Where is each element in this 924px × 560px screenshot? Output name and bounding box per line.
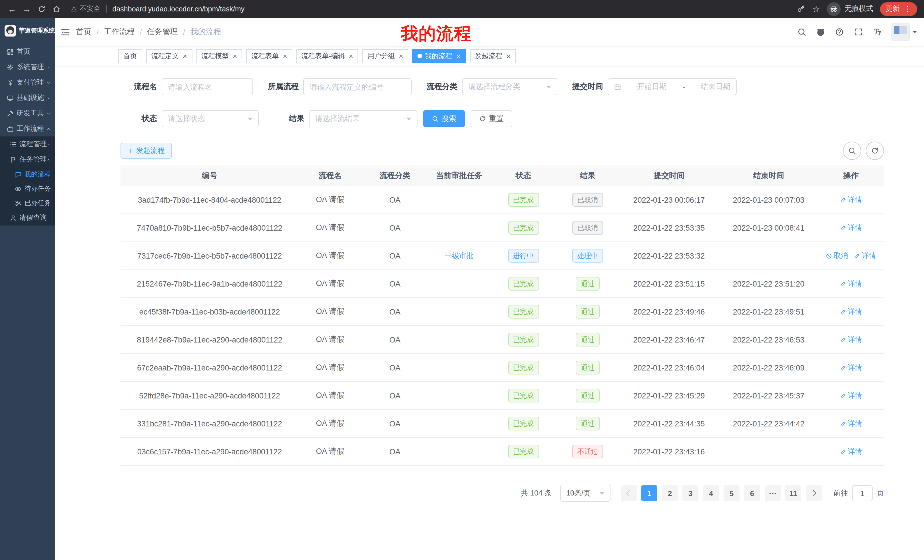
tab-start-process[interactable]: 发起流程× [470,49,516,63]
sidebar-item-system[interactable]: 系统管理 [0,59,55,75]
cell-id: 3ad174fb-7b9d-11ec-8404-acde48001122 [120,186,298,214]
action-detail-link[interactable]: 详情 [840,279,862,289]
page-size-select[interactable]: 10条/页 [560,485,610,502]
app-logo-row[interactable]: 芋道管理系统 [0,18,55,44]
action-detail-link[interactable]: 详情 [840,195,862,205]
tab-process-definition[interactable]: 流程定义× [146,49,192,63]
page-button-5[interactable]: 5 [723,485,740,501]
cell-submit-time: 2022-01-22 23:46:04 [618,353,720,382]
next-page-button[interactable] [806,485,822,501]
cell-current-task [428,186,490,214]
page-button-4[interactable]: 4 [703,485,719,501]
close-icon[interactable]: × [349,52,353,60]
page-buttons: 123456⋯11 [639,485,804,501]
page-button-11[interactable]: 11 [785,485,801,501]
sidebar-item-infrastructure[interactable]: 基础设施 [0,90,55,106]
cell-actions: 详情 [818,437,884,466]
tab-home[interactable]: 首页 [118,49,142,63]
current-task-link[interactable]: 一级审批 [445,251,473,261]
action-detail-link[interactable]: 详情 [840,391,862,400]
page-button-2[interactable]: 2 [662,485,678,501]
sidebar-item-done-tasks[interactable]: 已办任务 [0,196,55,210]
tab-my-process[interactable]: 我的流程× [412,49,466,63]
cell-category: OA [362,353,428,382]
status-select[interactable]: 请选择状态 [162,110,259,127]
page-button-6[interactable]: 6 [744,485,760,501]
chrome-update-button[interactable]: 更新 ⋮ [880,2,917,16]
fullscreen-icon[interactable] [850,24,866,40]
reload-button[interactable] [34,1,49,16]
close-icon[interactable]: × [283,52,287,60]
action-detail-link[interactable]: 详情 [840,419,862,428]
action-detail-link[interactable]: 详情 [840,307,862,316]
sidebar-item-home[interactable]: 首页 [0,44,55,59]
prev-page-button[interactable] [621,485,637,501]
table-toolbar: + 发起流程 [120,142,884,160]
tab-process-form-edit[interactable]: 流程表单-编辑× [296,49,358,63]
close-icon[interactable]: × [399,52,403,60]
create-process-button[interactable]: + 发起流程 [120,143,172,159]
tab-user-group[interactable]: 用户分组× [362,49,408,63]
page-button-1[interactable]: 1 [641,485,657,501]
back-button[interactable]: ← [4,1,20,16]
breadcrumb-item[interactable]: 工作流程 [104,27,135,37]
sidebar-item-todo-tasks[interactable]: 待办任务 [0,181,55,196]
home-button[interactable] [49,1,64,16]
category-placeholder: 请选择流程分类 [468,82,520,92]
sidebar-item-workflow[interactable]: 工作流程 [0,121,55,136]
action-detail-link[interactable]: 详情 [840,223,862,233]
address-bar[interactable]: ⚠ 不安全 dashboard.yudao.iocoder.cn/bpm/tas… [71,4,796,14]
reset-button[interactable]: 重置 [471,110,512,127]
close-icon[interactable]: × [183,52,187,60]
sidebar-item-payment[interactable]: 支付管理 [0,75,55,90]
sidebar-item-devtools[interactable]: 研发工具 [0,106,55,121]
cell-result: 不通过 [557,437,618,466]
page-button-more[interactable]: ⋯ [765,485,781,501]
breadcrumb-item[interactable]: 首页 [76,27,92,37]
cell-status: 已完成 [490,410,557,437]
action-detail-link[interactable]: 详情 [840,335,862,344]
action-detail-link[interactable]: 详情 [840,363,862,373]
search-icon[interactable] [794,24,810,40]
toggle-search-button[interactable] [843,142,861,160]
chevron-up-icon [46,126,51,131]
chat-icon [15,171,22,178]
date-range-picker[interactable]: 开始日期 - 结束日期 [608,78,736,95]
category-select[interactable]: 请选择流程分类 [462,78,557,95]
bookmark-star-icon[interactable]: ☆ [812,4,820,14]
forward-button[interactable]: → [20,1,34,16]
tab-process-model[interactable]: 流程模型× [196,49,242,63]
url-text[interactable]: dashboard.yudao.iocoder.cn/bpm/task/my [112,5,245,13]
search-button[interactable]: 搜索 [423,110,465,127]
parent-process-input[interactable] [303,78,412,95]
result-select[interactable]: 请选择流结果 [309,110,417,127]
breadcrumb: 首页 / 工作流程 / 任务管理 / 我的流程 [76,27,221,37]
cell-submit-time: 2022-01-22 23:53:35 [618,214,720,242]
close-icon[interactable]: × [233,52,237,60]
sidebar-item-my-process[interactable]: 我的流程 [0,167,55,181]
action-cancel-link[interactable]: 取消 [826,251,848,261]
tab-process-form[interactable]: 流程表单× [246,49,292,63]
close-icon[interactable]: × [456,52,460,60]
question-icon[interactable] [831,24,848,40]
sidebar-toggle-button[interactable] [59,26,71,38]
table-row: 03c6c157-7b9a-11ec-a290-acde48001122OA 请… [120,437,884,466]
refresh-table-button[interactable] [866,142,884,160]
sidebar-item-process-management[interactable]: 流程管理 [0,136,55,152]
goto-page-input[interactable] [852,485,873,501]
sidebar-item-leave-query[interactable]: 请假查询 [0,210,55,226]
close-icon[interactable]: × [506,52,510,60]
action-detail-link[interactable]: 详情 [854,251,876,261]
action-detail-link[interactable]: 详情 [840,447,862,457]
sidebar-item-task-management[interactable]: 任务管理 [0,152,55,167]
font-size-icon[interactable] [869,24,885,40]
category-label: 流程分类 [426,82,458,92]
github-icon[interactable] [813,24,829,40]
process-name-input[interactable] [162,78,253,95]
avatar[interactable] [891,23,910,41]
key-icon[interactable] [796,4,806,13]
page-button-3[interactable]: 3 [682,485,698,501]
user-menu[interactable] [891,23,917,41]
breadcrumb-item[interactable]: 任务管理 [147,27,178,37]
menu-dots-icon[interactable]: ⋮ [904,5,911,13]
